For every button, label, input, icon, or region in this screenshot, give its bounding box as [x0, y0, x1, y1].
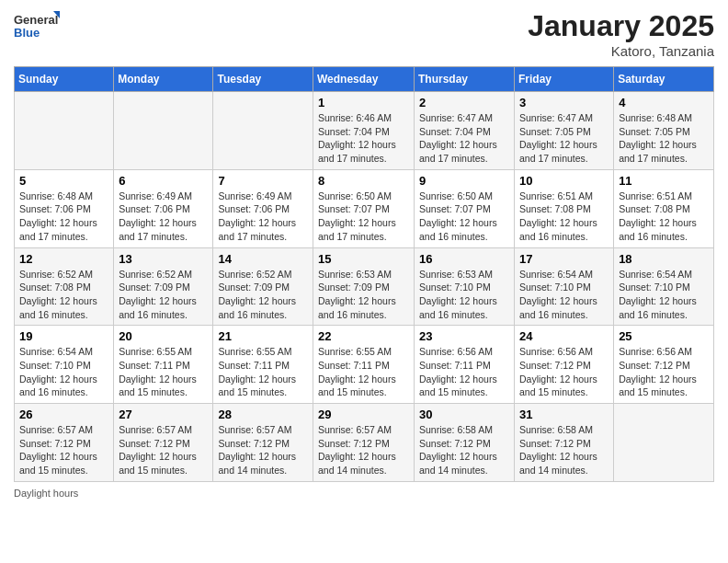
- svg-text:Blue: Blue: [14, 26, 40, 40]
- table-row: 28 Sunrise: 6:57 AMSunset: 7:12 PMDaylig…: [213, 404, 313, 482]
- day-number: 5: [19, 174, 108, 188]
- day-number: 15: [318, 252, 409, 266]
- month-year-title: January 2025: [528, 9, 714, 43]
- day-number: 19: [19, 329, 108, 343]
- header-sunday: Sunday: [15, 67, 114, 92]
- table-row: 13 Sunrise: 6:52 AMSunset: 7:09 PMDaylig…: [114, 247, 213, 326]
- day-number: 18: [619, 252, 709, 266]
- table-row: 19 Sunrise: 6:54 AMSunset: 7:10 PMDaylig…: [15, 326, 114, 404]
- day-number: 26: [19, 408, 108, 421]
- header-monday: Monday: [114, 67, 213, 92]
- calendar-week-row: 5 Sunrise: 6:48 AMSunset: 7:06 PMDayligh…: [15, 169, 714, 247]
- day-info: Sunrise: 6:48 AMSunset: 7:05 PMDaylight:…: [619, 111, 709, 166]
- calendar-week-row: 12 Sunrise: 6:52 AMSunset: 7:08 PMDaylig…: [15, 247, 714, 326]
- table-row: 20 Sunrise: 6:55 AMSunset: 7:11 PMDaylig…: [114, 326, 213, 404]
- day-info: Sunrise: 6:54 AMSunset: 7:10 PMDaylight:…: [19, 345, 108, 399]
- day-number: 7: [218, 174, 308, 188]
- day-info: Sunrise: 6:57 AMSunset: 7:12 PMDaylight:…: [218, 423, 308, 477]
- table-row: 8 Sunrise: 6:50 AMSunset: 7:07 PMDayligh…: [313, 169, 415, 247]
- table-row: 24 Sunrise: 6:56 AMSunset: 7:12 PMDaylig…: [515, 326, 614, 404]
- table-row: [213, 92, 313, 170]
- calendar-week-row: 19 Sunrise: 6:54 AMSunset: 7:10 PMDaylig…: [15, 326, 714, 404]
- day-number: 12: [19, 252, 108, 266]
- table-row: 31 Sunrise: 6:58 AMSunset: 7:12 PMDaylig…: [515, 404, 614, 482]
- day-number: 17: [519, 252, 609, 266]
- table-row: 27 Sunrise: 6:57 AMSunset: 7:12 PMDaylig…: [114, 404, 213, 482]
- day-info: Sunrise: 6:56 AMSunset: 7:12 PMDaylight:…: [619, 345, 709, 399]
- header-friday: Friday: [515, 67, 614, 92]
- day-info: Sunrise: 6:55 AMSunset: 7:11 PMDaylight:…: [318, 345, 409, 399]
- header-wednesday: Wednesday: [313, 67, 415, 92]
- table-row: 4 Sunrise: 6:48 AMSunset: 7:05 PMDayligh…: [614, 92, 714, 170]
- header-thursday: Thursday: [415, 67, 515, 92]
- table-row: 23 Sunrise: 6:56 AMSunset: 7:11 PMDaylig…: [415, 326, 515, 404]
- day-info: Sunrise: 6:51 AMSunset: 7:08 PMDaylight:…: [619, 190, 709, 244]
- day-info: Sunrise: 6:56 AMSunset: 7:11 PMDaylight:…: [419, 345, 509, 399]
- table-row: 22 Sunrise: 6:55 AMSunset: 7:11 PMDaylig…: [313, 326, 415, 404]
- day-number: 8: [318, 174, 409, 188]
- table-row: 30 Sunrise: 6:58 AMSunset: 7:12 PMDaylig…: [415, 404, 515, 482]
- day-info: Sunrise: 6:53 AMSunset: 7:09 PMDaylight:…: [318, 268, 409, 322]
- location-title: Katoro, Tanzania: [528, 43, 714, 59]
- table-row: 10 Sunrise: 6:51 AMSunset: 7:08 PMDaylig…: [515, 169, 614, 247]
- day-number: 30: [419, 408, 509, 421]
- day-info: Sunrise: 6:51 AMSunset: 7:08 PMDaylight:…: [519, 190, 609, 244]
- table-row: 16 Sunrise: 6:53 AMSunset: 7:10 PMDaylig…: [415, 247, 515, 326]
- logo-icon: General Blue: [14, 9, 60, 46]
- table-row: 17 Sunrise: 6:54 AMSunset: 7:10 PMDaylig…: [515, 247, 614, 326]
- table-row: 11 Sunrise: 6:51 AMSunset: 7:08 PMDaylig…: [614, 169, 714, 247]
- calendar-week-row: 1 Sunrise: 6:46 AMSunset: 7:04 PMDayligh…: [15, 92, 714, 170]
- calendar-week-row: 26 Sunrise: 6:57 AMSunset: 7:12 PMDaylig…: [15, 404, 714, 482]
- day-number: 2: [419, 96, 509, 109]
- day-number: 20: [119, 329, 208, 343]
- day-info: Sunrise: 6:57 AMSunset: 7:12 PMDaylight:…: [119, 423, 208, 477]
- day-number: 1: [318, 96, 409, 109]
- table-row: 18 Sunrise: 6:54 AMSunset: 7:10 PMDaylig…: [614, 247, 714, 326]
- day-number: 21: [218, 329, 308, 343]
- day-info: Sunrise: 6:52 AMSunset: 7:09 PMDaylight:…: [218, 268, 308, 322]
- page-header: General Blue January 2025 Katoro, Tanzan…: [14, 9, 714, 59]
- day-info: Sunrise: 6:50 AMSunset: 7:07 PMDaylight:…: [318, 190, 409, 244]
- day-info: Sunrise: 6:47 AMSunset: 7:05 PMDaylight:…: [519, 111, 609, 166]
- day-number: 29: [318, 408, 409, 421]
- header-saturday: Saturday: [614, 67, 714, 92]
- day-info: Sunrise: 6:55 AMSunset: 7:11 PMDaylight:…: [119, 345, 208, 399]
- table-row: 2 Sunrise: 6:47 AMSunset: 7:04 PMDayligh…: [415, 92, 515, 170]
- table-row: [15, 92, 114, 170]
- day-info: Sunrise: 6:57 AMSunset: 7:12 PMDaylight:…: [318, 423, 409, 477]
- day-number: 6: [119, 174, 208, 188]
- table-row: 7 Sunrise: 6:49 AMSunset: 7:06 PMDayligh…: [213, 169, 313, 247]
- day-number: 4: [619, 96, 709, 109]
- day-info: Sunrise: 6:54 AMSunset: 7:10 PMDaylight:…: [619, 268, 709, 322]
- day-info: Sunrise: 6:52 AMSunset: 7:09 PMDaylight:…: [119, 268, 208, 322]
- day-info: Sunrise: 6:50 AMSunset: 7:07 PMDaylight:…: [419, 190, 509, 244]
- table-row: 26 Sunrise: 6:57 AMSunset: 7:12 PMDaylig…: [15, 404, 114, 482]
- day-info: Sunrise: 6:48 AMSunset: 7:06 PMDaylight:…: [19, 190, 108, 244]
- day-info: Sunrise: 6:49 AMSunset: 7:06 PMDaylight:…: [119, 190, 208, 244]
- day-number: 13: [119, 252, 208, 266]
- day-number: 9: [419, 174, 509, 188]
- day-number: 31: [519, 408, 609, 421]
- day-info: Sunrise: 6:55 AMSunset: 7:11 PMDaylight:…: [218, 345, 308, 399]
- day-number: 25: [619, 329, 709, 343]
- table-row: 12 Sunrise: 6:52 AMSunset: 7:08 PMDaylig…: [15, 247, 114, 326]
- day-number: 10: [519, 174, 609, 188]
- footer: Daylight hours: [14, 488, 714, 499]
- daylight-label: Daylight hours: [14, 488, 78, 499]
- table-row: 1 Sunrise: 6:46 AMSunset: 7:04 PMDayligh…: [313, 92, 415, 170]
- svg-text:General: General: [14, 13, 58, 27]
- day-number: 16: [419, 252, 509, 266]
- day-info: Sunrise: 6:57 AMSunset: 7:12 PMDaylight:…: [19, 423, 108, 477]
- day-number: 24: [519, 329, 609, 343]
- logo: General Blue: [14, 9, 60, 46]
- table-row: 25 Sunrise: 6:56 AMSunset: 7:12 PMDaylig…: [614, 326, 714, 404]
- day-info: Sunrise: 6:47 AMSunset: 7:04 PMDaylight:…: [419, 111, 509, 166]
- day-info: Sunrise: 6:49 AMSunset: 7:06 PMDaylight:…: [218, 190, 308, 244]
- table-row: 9 Sunrise: 6:50 AMSunset: 7:07 PMDayligh…: [415, 169, 515, 247]
- day-number: 23: [419, 329, 509, 343]
- day-info: Sunrise: 6:56 AMSunset: 7:12 PMDaylight:…: [519, 345, 609, 399]
- table-row: 29 Sunrise: 6:57 AMSunset: 7:12 PMDaylig…: [313, 404, 415, 482]
- table-row: [114, 92, 213, 170]
- table-row: 14 Sunrise: 6:52 AMSunset: 7:09 PMDaylig…: [213, 247, 313, 326]
- day-info: Sunrise: 6:54 AMSunset: 7:10 PMDaylight:…: [519, 268, 609, 322]
